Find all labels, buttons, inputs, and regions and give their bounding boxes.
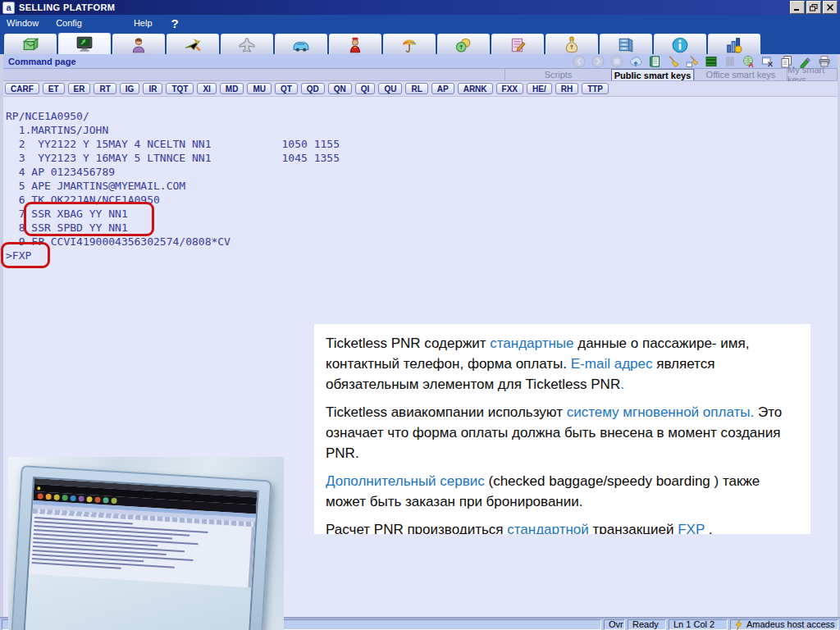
window-controls [790,1,840,14]
smart-key-qt[interactable]: QT [275,83,298,94]
toolbar-tab-aircraft[interactable] [221,34,273,55]
highlight-ssr-box [24,202,154,236]
send-cloud-icon[interactable] [629,55,642,68]
smart-key-er[interactable]: ER [68,83,91,94]
tab-office-smart-keys[interactable]: Office smart keys [694,69,787,80]
lightning-bolt-icon [735,619,743,630]
callout-paragraph-3: Дополнительный сервис (checked baggage/s… [326,471,799,512]
command-page-title: Command page [3,57,76,66]
tab-scripts[interactable]: Scripts [504,69,611,80]
minimize-icon[interactable] [790,1,805,14]
information-icon [671,36,689,54]
smart-key-qn[interactable]: QN [328,83,352,94]
capture-icon[interactable] [761,55,774,68]
command-page-titlebar: Command page A [3,54,838,69]
air-booking-icon [184,36,202,54]
smart-key-he[interactable]: HE/ [527,83,552,94]
menu-item-help[interactable]: Help [134,18,162,28]
aircraft-icon [238,36,256,54]
statusbar-connection-label: Amadeus host access [746,619,835,629]
smart-keys-tabstrip: ScriptsPublic smart keysOffice smart key… [3,69,838,81]
smart-key-qu[interactable]: QU [378,83,402,94]
smart-key-arnk[interactable]: ARNK [458,83,493,94]
smart-keys-row: CARFETERRTIGIRTQTXIMDMUQTQDQNQIQURLAPARN… [3,81,838,96]
callout-paragraph-2: Ticketless авиакомпании используют систе… [326,402,799,463]
smart-key-tqt[interactable]: TQT [166,83,194,94]
close-icon[interactable] [823,1,838,14]
callout-paragraph-1: Ticketless PNR содержит стандартные данн… [326,333,799,395]
toolbar-tab-package[interactable] [4,34,57,55]
card-file-icon [617,36,635,54]
toolbar-tab-command-page[interactable] [58,33,111,55]
nav-stop-icon[interactable] [610,55,623,68]
currency-coins-icon [454,36,472,54]
toolbar-tab-hotel-bellboy[interactable] [329,34,381,55]
amadeus-logo-icon: a [2,2,15,14]
toolbar-tab-leisure-umbrella[interactable] [383,34,436,55]
window-title: SELLING PLATFORM [19,2,115,12]
monitor-photo [8,457,284,630]
script-list-icon[interactable] [705,55,718,68]
smart-key-ap[interactable]: AP [431,83,454,94]
smart-key-et[interactable]: ET [43,83,65,94]
nav-back-icon[interactable] [573,55,586,68]
smart-key-ttp[interactable]: TTP [582,83,609,94]
smart-key-md[interactable]: MD [220,83,244,94]
terminal-text[interactable]: RP/NCE1A0950/ 1.MARTINS/JOHN 2 YY2122 Y … [6,109,340,262]
pause-icon[interactable] [724,55,737,68]
car-icon [292,36,310,54]
toolbar-tab-money-bag[interactable] [546,34,598,55]
smart-key-rl[interactable]: RL [405,83,427,94]
leisure-umbrella-icon [400,36,418,54]
smart-key-qd[interactable]: QD [301,83,325,94]
window-titlebar[interactable]: a SELLING PLATFORM [0,0,840,15]
menu-item-config[interactable]: Config [56,18,91,28]
smart-key-rt[interactable]: RT [94,83,116,94]
package-icon [21,36,39,54]
restore-icon[interactable] [806,1,821,14]
toolbar-tab-traveller[interactable] [112,34,165,55]
statusbar-caret-position: Ln 1 Col 2 [669,619,728,630]
statusbar-state: Ready [628,619,666,630]
money-bag-icon [563,36,581,54]
toolbar-tab-car[interactable] [275,34,327,55]
menubar: WindowConfigHelp? [0,15,840,31]
statusbar-overwrite-mode: Ovr [604,619,625,630]
toolbar-tab-currency-coins[interactable] [437,34,490,55]
svg-text:A: A [748,61,754,68]
notepad-icon [509,36,527,54]
tutorial-callout: Ticketless PNR содержит стандартные данн… [314,324,810,534]
monitor-photo-device [9,465,272,630]
smart-key-xi[interactable]: XI [197,83,216,94]
highlight-fxp-box [1,242,50,268]
log-book-icon[interactable] [648,55,661,68]
font-globe-icon[interactable]: A [742,55,756,68]
help-question-icon: ? [171,16,179,30]
tab-my-smart-keys[interactable]: My smart keys [787,69,838,80]
app-toolbar [0,31,840,54]
smart-key-qi[interactable]: QI [355,83,376,94]
smart-key-rh[interactable]: RH [555,83,578,94]
statusbar-host-access: Amadeus host access [730,619,838,630]
nav-forward-icon[interactable] [591,55,605,68]
smart-key-ig[interactable]: IG [120,83,140,94]
toolbar-tab-card-file[interactable] [600,34,652,55]
toolbar-tab-air-booking[interactable] [167,34,219,55]
toolbar-tab-notepad[interactable] [491,34,544,55]
statistics-icon [725,36,743,54]
command-page-icon [75,35,94,53]
toolbar-tab-information[interactable] [654,34,706,55]
toolbar-tab-statistics[interactable] [708,34,760,55]
callout-paragraph-4: Расчет PNR производиться стандартной тра… [326,519,799,534]
smart-key-ir[interactable]: IR [143,83,162,94]
smart-key-fxx[interactable]: FXX [496,83,523,94]
traveller-icon [130,36,148,54]
smart-key-carf[interactable]: CARF [5,83,39,94]
monitor-photo-screen [22,477,258,630]
menu-item-window[interactable]: Window [7,18,48,28]
hotel-bellboy-icon [346,36,364,54]
clear-window-icon[interactable] [686,55,699,68]
smart-key-mu[interactable]: MU [247,83,272,94]
tab-public-smart-keys[interactable]: Public smart keys [611,69,694,80]
clear-screen-icon[interactable] [667,55,680,68]
